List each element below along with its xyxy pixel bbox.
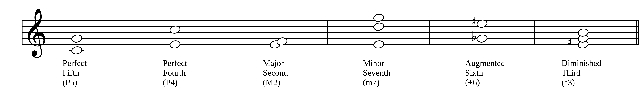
label-p4-abbrev: (P4) bbox=[163, 77, 178, 87]
label-m2-line2: Second bbox=[263, 68, 288, 77]
svg-point-22 bbox=[373, 22, 384, 31]
label-p5-abbrev: (P5) bbox=[62, 77, 77, 87]
label-aug6-abbrev: (+6) bbox=[465, 77, 480, 87]
label-aug6-line1: Augmented bbox=[465, 58, 505, 68]
label-p5-line2: Fifth bbox=[62, 68, 79, 77]
label-p5-line1: Perfect bbox=[62, 58, 87, 68]
music-notation: 𝄞 bbox=[0, 0, 644, 108]
svg-point-26 bbox=[476, 34, 488, 43]
label-m2-abbrev: (M2) bbox=[263, 77, 280, 87]
label-dim3-line2: Third bbox=[562, 68, 580, 77]
svg-point-15 bbox=[71, 46, 82, 55]
svg-point-16 bbox=[71, 34, 82, 43]
label-p4-line2: Fourth bbox=[163, 68, 186, 77]
label-m7-line2: Seventh bbox=[363, 68, 390, 77]
label-p4-line1: Perfect bbox=[163, 58, 187, 68]
svg-point-17 bbox=[169, 40, 180, 49]
svg-point-21 bbox=[373, 40, 384, 49]
label-dim3-line1: Diminished bbox=[562, 58, 602, 68]
svg-text:♯: ♯ bbox=[471, 15, 476, 28]
svg-text:♭: ♭ bbox=[471, 29, 477, 44]
label-aug6-line2: Sixth bbox=[465, 68, 483, 77]
label-dim3-abbrev: (°3) bbox=[562, 77, 575, 87]
label-m7-abbrev: (m7) bbox=[363, 77, 380, 87]
label-m2-line1: Major bbox=[263, 58, 284, 68]
svg-text:𝄞: 𝄞 bbox=[23, 8, 47, 58]
svg-text:♯: ♯ bbox=[567, 36, 572, 48]
label-m7-line1: Minor bbox=[363, 58, 384, 68]
